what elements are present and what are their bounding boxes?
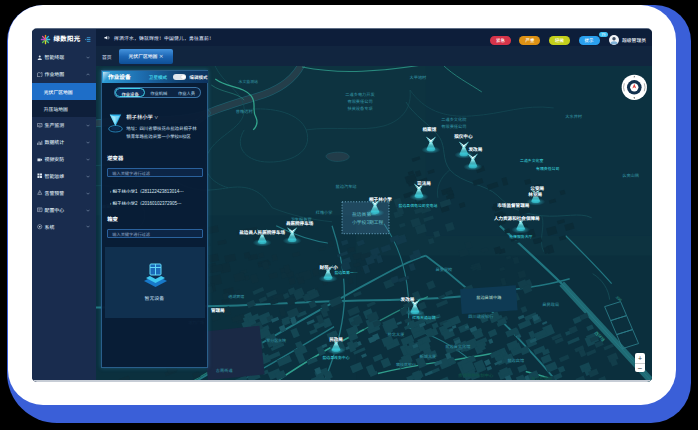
svg-text:管理局: 管理局 — [210, 307, 225, 313]
svg-text:市场监督管理局: 市场监督管理局 — [497, 202, 529, 208]
svg-text:攀枝花银行: 攀枝花银行 — [396, 361, 416, 367]
svg-text:红格小学: 红格小学 — [316, 209, 333, 215]
svg-text:古南街道: 古南街道 — [216, 367, 234, 373]
svg-text:档案馆: 档案馆 — [422, 126, 437, 132]
svg-text:盐边宾馆: 盐边宾馆 — [507, 357, 524, 363]
svg-text:盐边县文化馆: 盐边县文化馆 — [445, 343, 470, 349]
svg-text:林业局: 林业局 — [527, 191, 542, 197]
svg-text:县医院停车场: 县医院停车场 — [286, 220, 314, 226]
svg-text:盐边县供电公司变电站: 盐边县供电公司变电站 — [399, 202, 438, 208]
svg-text:县委党校: 县委党校 — [436, 266, 454, 272]
svg-text:盐边县政务中心: 盐边县政务中心 — [322, 354, 349, 360]
svg-text:小学校3期工程: 小学校3期工程 — [352, 218, 384, 225]
svg-text:桥北大厦: 桥北大厦 — [388, 331, 406, 337]
svg-text:民政局: 民政局 — [329, 336, 343, 342]
svg-text:新城大厦: 新城大厦 — [420, 353, 438, 359]
svg-text:有限责任公司: 有限责任公司 — [536, 165, 559, 171]
svg-text:盐边县城中路: 盐边县城中路 — [476, 294, 502, 300]
svg-text:盐边汽车站: 盐边汽车站 — [336, 183, 358, 189]
svg-text:二道乡文化室: 二道乡文化室 — [520, 157, 543, 163]
svg-text:二道乡文化院: 二道乡文化院 — [441, 116, 467, 122]
svg-text:有限责任公司: 有限责任公司 — [347, 98, 372, 104]
svg-text:发改局: 发改局 — [467, 146, 482, 152]
svg-text:军分区大院: 军分区大院 — [266, 337, 286, 343]
svg-text:有限责任公司: 有限责任公司 — [441, 123, 466, 129]
svg-text:社保服务大厅: 社保服务大厅 — [509, 233, 532, 239]
svg-text:县民政局: 县民政局 — [542, 301, 559, 307]
svg-text:桐子林小学: 桐子林小学 — [368, 196, 392, 202]
svg-text:盐边县人民医院停车场: 盐边县人民医院停车场 — [239, 229, 285, 235]
svg-text:二道乡电力开发: 二道乡电力开发 — [345, 91, 375, 97]
svg-text:财苑一小: 财苑一小 — [318, 264, 338, 270]
svg-text:盐边县第一…: 盐边县第一… — [334, 269, 357, 275]
svg-text:人力资源和社会保障局: 人力资源和社会保障局 — [493, 215, 540, 221]
svg-text:大平地村: 大平地村 — [410, 74, 428, 80]
svg-text:司法局: 司法局 — [417, 180, 431, 186]
svg-text:水文监测站: 水文监测站 — [239, 78, 259, 84]
svg-text:四川建设银行: 四川建设银行 — [468, 313, 493, 319]
svg-text:发改局: 发改局 — [400, 296, 415, 302]
svg-text:殡仪中心: 殡仪中心 — [453, 133, 473, 139]
svg-text:疾病预防控制中心: 疾病预防控制中心 — [458, 372, 494, 378]
svg-text:昔格达村: 昔格达村 — [236, 108, 254, 114]
svg-text:扶贫设备专项: 扶贫设备专项 — [347, 105, 373, 111]
svg-text:大水井村: 大水井村 — [565, 113, 583, 119]
svg-text:么夹山隅: 么夹山隅 — [622, 172, 639, 178]
svg-text:进湖宾馆: 进湖宾馆 — [228, 293, 244, 299]
